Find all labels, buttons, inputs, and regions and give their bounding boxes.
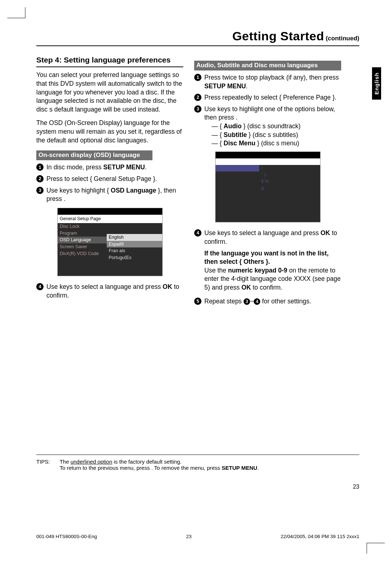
audio-step-3: 3 Use keys to highlight one of the optio…: [194, 105, 341, 148]
step-number-1: 1: [36, 164, 44, 171]
audio-step-1: 1 Press twice to stop playback (if any),…: [194, 73, 341, 90]
footer-mid: 23: [186, 534, 192, 539]
step-heading: Step 4: Setting language preferences: [36, 55, 183, 67]
footer-right: 22/04/2005, 04:06 PM 39 115 2xxx1: [281, 534, 359, 539]
audio-step-2: 2 Press repeatedly to select { Preferenc…: [194, 93, 341, 102]
language-tab: English: [372, 67, 381, 100]
tips-footer: TIPS: The underlined option is the facto…: [36, 455, 359, 471]
right-column: Audio, Subtitle and Disc menu languages …: [194, 55, 341, 308]
osd-step-2: 2 Press to select { General Setup Page }…: [36, 175, 183, 183]
step-number-3: 3: [36, 187, 44, 194]
intro-para-2: The OSD (On-Screen Display) language for…: [36, 119, 183, 145]
page-title: Getting Started: [232, 29, 324, 43]
footer-meta: 001-049 HTS8000S-00-Eng 23 22/04/2005, 0…: [36, 534, 359, 539]
page-title-row: Getting Started (continued): [36, 29, 359, 46]
step-number-4: 4: [36, 283, 44, 290]
osd-subhead: On-screen display (OSD) language: [36, 150, 152, 160]
page-number: 23: [353, 484, 359, 490]
step-number-2: 2: [36, 175, 44, 182]
audio-step-5: 5 Repeat steps 3~4 for other settings.: [194, 297, 341, 306]
audio-step-4: 4 Use keys to select a language and pres…: [194, 229, 341, 246]
page-content: Getting Started (continued) English Step…: [36, 29, 359, 308]
intro-para-1: You can select your preferred language s…: [36, 71, 183, 114]
general-setup-screenshot: General Setup Page Disc Lock Program OSD…: [57, 208, 163, 276]
page-title-continued: (continued): [326, 35, 359, 42]
left-column: Step 4: Setting language preferences You…: [36, 55, 183, 308]
preference-page-screenshot: ! " ‡ $ % & ': [215, 152, 320, 222]
crop-mark-br: [367, 543, 385, 554]
crop-mark-tl: [7, 7, 25, 18]
osd-step-4: 4 Use keys to select a language and pres…: [36, 283, 183, 300]
tips-label: TIPS:: [36, 459, 58, 465]
osd-step-3: 3 Use keys to highlight { OSD Language }…: [36, 186, 183, 203]
footer-left: 001-049 HTS8000S-00-Eng: [36, 534, 97, 539]
others-note: If the language you want is not in the l…: [194, 249, 341, 292]
audio-subhead: Audio, Subtitle and Disc menu languages: [194, 61, 341, 70]
osd-step-1: 1 In disc mode, press SETUP MENU.: [36, 163, 183, 172]
